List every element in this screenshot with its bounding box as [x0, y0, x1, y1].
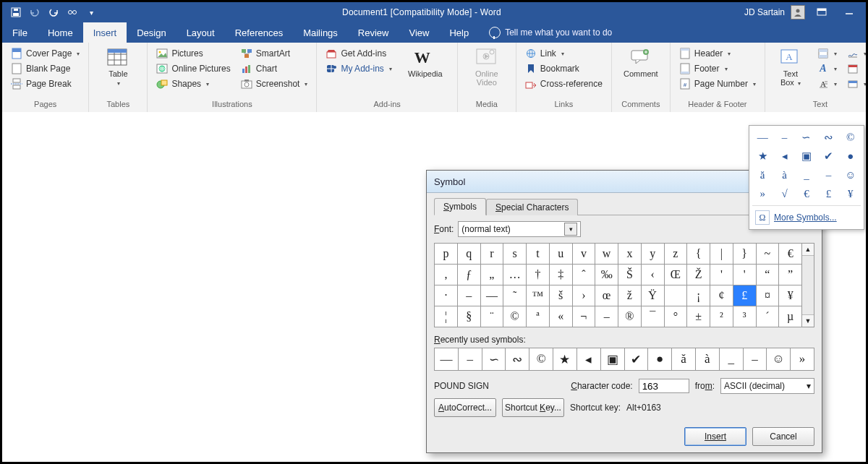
my-addins-button[interactable]: My Add-ins▾	[323, 61, 394, 76]
page-break-button[interactable]: Page Break	[8, 77, 82, 91]
smartart-button[interactable]: SmartArt	[238, 46, 311, 61]
autocorrect-button[interactable]: AutoCorrect...	[434, 398, 496, 417]
date-time-button[interactable]	[844, 61, 868, 76]
symbol-cell[interactable]: |	[710, 244, 733, 265]
tab-layout[interactable]: Layout	[176, 22, 225, 43]
ribbon-display-icon[interactable]	[811, 4, 833, 20]
tab-insert[interactable]: Insert	[83, 22, 127, 43]
chevron-down-icon[interactable]: ▾	[564, 223, 577, 236]
save-icon[interactable]	[8, 4, 24, 20]
symbol-cell[interactable]: ª	[527, 306, 550, 327]
symbol-cell[interactable]: –	[458, 285, 481, 306]
symbol-cell[interactable]: s	[503, 244, 527, 265]
table-button[interactable]: Table▾	[95, 46, 141, 90]
footer-button[interactable]: Footer▾	[676, 61, 759, 76]
tab-file[interactable]: File	[2, 22, 38, 43]
wikipedia-button[interactable]: W Wikipedia	[399, 46, 451, 80]
symbol-cell[interactable]: Š	[618, 265, 642, 285]
symbol-cell[interactable]: '	[710, 265, 733, 285]
symbol-cell[interactable]: µ	[779, 306, 801, 327]
symbol-cell[interactable]: x	[618, 244, 642, 265]
gallery-symbol[interactable]: £	[818, 185, 838, 202]
recent-symbol[interactable]: »	[791, 348, 814, 370]
symbol-cell[interactable]: ©	[503, 306, 527, 327]
symbol-cell[interactable]: ¥	[779, 285, 801, 306]
symbol-cell[interactable]: ‹	[642, 265, 665, 285]
recent-symbol[interactable]: ă	[672, 348, 696, 370]
undo-icon[interactable]	[27, 4, 43, 20]
symbol-cell[interactable]: Ž	[687, 265, 710, 285]
symbol-cell[interactable]: …	[503, 265, 527, 285]
from-combo[interactable]: ASCII (decimal) ▾	[720, 378, 814, 394]
recent-symbol[interactable]: ✔	[625, 348, 649, 370]
gallery-symbol[interactable]: √	[774, 185, 794, 202]
symbol-cell[interactable]: ˆ	[573, 265, 596, 285]
more-symbols-button[interactable]: Ω More Symbols...	[752, 205, 861, 226]
object-button[interactable]: ▾	[844, 77, 868, 91]
scroll-down-icon[interactable]: ▼	[802, 314, 814, 327]
symbol-cell[interactable]: „	[481, 265, 504, 285]
symbol-cell[interactable]: €	[779, 244, 801, 265]
symbol-cell[interactable]: u	[550, 244, 573, 265]
symbol-cell[interactable]: {	[687, 244, 710, 265]
symbol-cell[interactable]: '	[733, 265, 757, 285]
symbol-cell[interactable]: z	[665, 244, 688, 265]
cover-page-button[interactable]: Cover Page▾	[8, 46, 82, 61]
symbol-cell[interactable]: œ	[595, 285, 618, 306]
gallery-symbol[interactable]: à	[774, 166, 794, 184]
wordart-button[interactable]: A▾	[814, 61, 840, 76]
redo-icon[interactable]	[46, 4, 61, 20]
text-box-button[interactable]: A Text Box ▾	[771, 46, 810, 90]
symbol-cell[interactable]: ¦	[435, 306, 458, 327]
minimize-icon[interactable]	[838, 4, 860, 20]
symbol-cell[interactable]: «	[550, 306, 573, 327]
symbol-cell[interactable]: ´	[757, 306, 780, 327]
link-button[interactable]: Link▾	[522, 46, 605, 61]
tab-review[interactable]: Review	[348, 22, 399, 43]
symbol-cell[interactable]: v	[573, 244, 596, 265]
gallery-symbol[interactable]: €	[796, 185, 817, 202]
symbol-cell[interactable]: “	[757, 265, 780, 285]
symbol-cell[interactable]: Œ	[665, 265, 688, 285]
insert-button[interactable]: Insert	[684, 427, 746, 446]
drop-cap-button[interactable]: A▾	[814, 77, 840, 91]
user-name[interactable]: JD Sartain	[744, 7, 785, 17]
symbol-cell[interactable]: Ÿ	[642, 285, 665, 306]
gallery-symbol[interactable]: ©	[841, 129, 861, 146]
recent-symbol[interactable]: ▣	[601, 348, 625, 370]
get-addins-button[interactable]: Get Add-ins	[323, 46, 394, 61]
gallery-symbol[interactable]: ¥	[841, 185, 861, 202]
font-combo[interactable]: (normal text) ▾	[458, 221, 581, 237]
recent-symbol[interactable]: –	[459, 348, 482, 370]
symbol-cell[interactable]: ±	[687, 306, 710, 327]
symbol-cell[interactable]: §	[458, 306, 481, 327]
symbol-cell[interactable]: w	[595, 244, 618, 265]
symbol-cell[interactable]: ‰	[595, 265, 618, 285]
scroll-up-icon[interactable]: ▲	[802, 244, 814, 256]
tell-me-search[interactable]: Tell me what you want to do	[479, 22, 612, 43]
chart-button[interactable]: Chart	[238, 61, 311, 76]
symbol-cell[interactable]: ¯	[642, 306, 665, 327]
symbol-cell[interactable]: y	[642, 244, 665, 265]
qat-customize-icon[interactable]: ▾	[83, 4, 99, 20]
symbol-cell[interactable]: †	[527, 265, 550, 285]
symbol-cell[interactable]: ˜	[503, 285, 527, 306]
tab-design[interactable]: Design	[127, 22, 176, 43]
symbol-cell[interactable]: ‡	[550, 265, 573, 285]
symbol-cell[interactable]: £	[733, 285, 757, 306]
symbol-cell[interactable]: }	[733, 244, 757, 265]
symbol-cell[interactable]: ¨	[481, 306, 504, 327]
symbol-cell[interactable]: ¤	[757, 285, 780, 306]
user-avatar-icon[interactable]	[791, 5, 805, 20]
recent-symbol[interactable]: ●	[648, 348, 672, 370]
tab-help[interactable]: Help	[439, 22, 479, 43]
gallery-symbol[interactable]: ●	[841, 147, 861, 165]
symbol-cell[interactable]: q	[458, 244, 481, 265]
shortcut-key-button[interactable]: Shortcut Key...	[502, 398, 564, 417]
touch-mode-icon[interactable]	[64, 4, 80, 20]
gallery-symbol[interactable]: —	[752, 129, 773, 146]
symbol-cell[interactable]	[665, 285, 688, 306]
symbol-cell[interactable]: –	[595, 306, 618, 327]
pictures-button[interactable]: Pictures	[153, 46, 233, 61]
recent-symbol[interactable]: ☺	[767, 348, 791, 370]
